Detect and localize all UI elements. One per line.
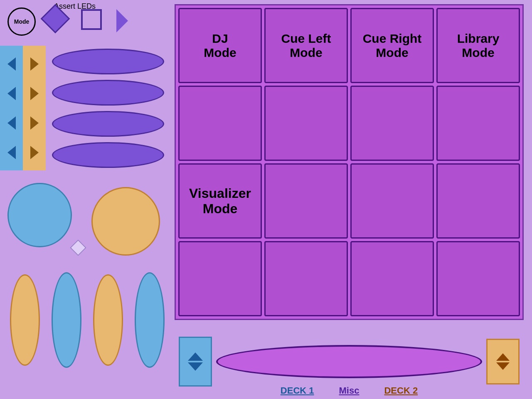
grid-cell-2-2[interactable] bbox=[350, 163, 434, 239]
mode-button[interactable]: Mode bbox=[7, 7, 36, 36]
grid-cell-2-3[interactable] bbox=[436, 163, 520, 239]
grid-cell-1-2[interactable] bbox=[350, 86, 434, 161]
arrow-right-2[interactable] bbox=[30, 87, 39, 100]
ellipse-1[interactable] bbox=[52, 49, 164, 74]
deck2-button[interactable] bbox=[486, 339, 520, 384]
deck2-down-arrow bbox=[496, 362, 510, 370]
main-mode-grid: DJ ModeCue Left ModeCue Right ModeLibrar… bbox=[175, 4, 524, 320]
ellipse-3[interactable] bbox=[52, 111, 164, 137]
misc-label: Misc bbox=[339, 385, 360, 396]
arrow-left-3[interactable] bbox=[7, 116, 16, 130]
square-icon[interactable] bbox=[81, 9, 102, 30]
blue-circle[interactable] bbox=[7, 183, 72, 247]
grid-cell-3-0[interactable] bbox=[178, 241, 262, 316]
ellipse-2[interactable] bbox=[52, 80, 164, 106]
arrow-left-2[interactable] bbox=[7, 87, 16, 100]
deck2-label: DECK 2 bbox=[384, 385, 418, 396]
deck1-button[interactable] bbox=[179, 337, 212, 387]
ellipse-4[interactable] bbox=[52, 142, 164, 168]
deck1-arrows bbox=[188, 352, 203, 371]
grid-cell-1-0[interactable] bbox=[178, 86, 262, 161]
grid-cell-0-0[interactable]: DJ Mode bbox=[178, 8, 262, 83]
vert-ellipse-orange-1[interactable] bbox=[10, 274, 40, 366]
grid-cell-2-0[interactable]: Visualizer Mode bbox=[178, 163, 262, 239]
grid-cell-3-3[interactable] bbox=[436, 241, 520, 316]
grid-cell-0-1[interactable]: Cue Left Mode bbox=[264, 8, 348, 83]
arrow-left-4[interactable] bbox=[7, 146, 16, 159]
vert-ellipse-blue-1[interactable] bbox=[52, 272, 81, 368]
deck2-up-arrow bbox=[496, 353, 510, 361]
vert-ellipse-blue-2[interactable] bbox=[135, 272, 165, 368]
deck1-down-arrow bbox=[188, 362, 203, 371]
arrow-right-1[interactable] bbox=[30, 57, 39, 71]
grid-cell-0-2[interactable]: Cue Right Mode bbox=[350, 8, 434, 83]
orange-arrow-column bbox=[23, 46, 46, 170]
deck1-label: DECK 1 bbox=[281, 385, 314, 396]
grid-cell-3-2[interactable] bbox=[350, 241, 434, 316]
arrow-right-3[interactable] bbox=[30, 116, 39, 130]
orange-circle[interactable] bbox=[91, 187, 160, 256]
play-triangle-icon[interactable] bbox=[116, 9, 128, 32]
grid-cell-3-1[interactable] bbox=[264, 241, 348, 316]
vert-ellipse-orange-2[interactable] bbox=[93, 274, 123, 366]
ellipses-area bbox=[46, 46, 170, 170]
grid-cell-1-1[interactable] bbox=[264, 86, 348, 161]
grid-cell-0-3[interactable]: Library Mode bbox=[436, 8, 520, 83]
bottom-ellipses-area bbox=[4, 262, 170, 378]
grid-cell-2-1[interactable] bbox=[264, 163, 348, 239]
bottom-ellipse[interactable] bbox=[216, 345, 482, 378]
grid-cell-1-3[interactable] bbox=[436, 86, 520, 161]
small-diamond-icon[interactable] bbox=[70, 239, 86, 256]
arrow-right-4[interactable] bbox=[30, 146, 39, 159]
bottom-labels: DECK 1 Misc DECK 2 bbox=[175, 382, 524, 399]
blue-arrow-column bbox=[0, 46, 23, 170]
deck2-arrows bbox=[496, 353, 510, 370]
deck1-up-arrow bbox=[188, 352, 203, 361]
arrow-left-1[interactable] bbox=[7, 57, 16, 71]
